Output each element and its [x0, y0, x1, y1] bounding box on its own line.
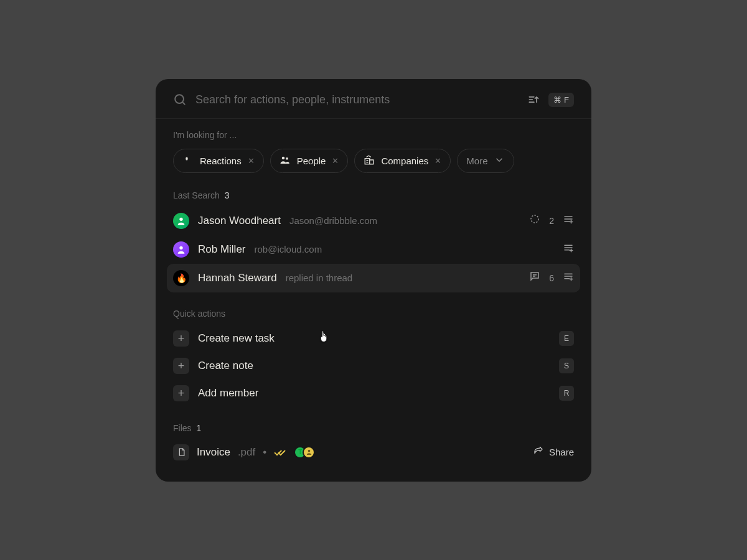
divider	[156, 118, 591, 119]
files-count: 1	[197, 423, 202, 433]
add-to-list-icon[interactable]	[563, 213, 574, 228]
search-result-row[interactable]: Jason Woodheart Jason@dribbble.com 2	[167, 207, 580, 235]
quick-actions-heading: Quick actions	[173, 309, 574, 319]
shortcut-key: R	[559, 386, 574, 401]
avatar	[173, 213, 189, 229]
plus-icon: +	[173, 385, 189, 401]
search-shortcut: ⌘ F	[548, 93, 574, 107]
avatar-group: T	[294, 446, 315, 459]
svg-point-30	[308, 450, 310, 452]
chip-companies[interactable]: Companies ✕	[354, 149, 451, 173]
badge-count: 2	[549, 216, 554, 226]
chip-label: Reactions	[200, 156, 242, 166]
result-meta: replied in thread	[286, 273, 353, 283]
share-button[interactable]: Share	[533, 446, 574, 459]
share-icon	[533, 446, 544, 459]
separator-dot: •	[263, 446, 266, 459]
chip-remove-icon[interactable]: ✕	[248, 156, 255, 166]
result-name: Rob Miller	[198, 243, 246, 256]
plus-icon: +	[173, 330, 189, 347]
building-icon	[364, 154, 375, 167]
add-to-list-icon[interactable]	[563, 271, 574, 285]
svg-point-10	[179, 217, 182, 220]
chip-more[interactable]: More	[457, 149, 514, 173]
double-check-icon	[274, 446, 286, 459]
people-icon	[280, 154, 291, 167]
quick-action-create-note[interactable]: + Create note S	[173, 352, 574, 380]
share-label: Share	[549, 447, 574, 457]
last-search-heading: Last Search 3	[173, 190, 574, 200]
thread-count: 6	[549, 273, 554, 283]
avatar: 🔥	[173, 270, 189, 286]
dashed-circle-icon	[529, 213, 540, 228]
quick-action-create-task[interactable]: + Create new task E	[173, 325, 574, 352]
result-meta: rob@icloud.com	[255, 244, 322, 254]
avatar-small	[303, 446, 315, 459]
result-meta: Jason@dribbble.com	[289, 215, 377, 226]
file-ext: .pdf	[238, 446, 255, 459]
chip-label: People	[297, 156, 326, 166]
command-palette: ⌘ F I'm looking for ... Reactions ✕ Peop…	[156, 79, 591, 482]
result-name: Jason Woodheart	[198, 215, 281, 227]
files-label: Files	[173, 423, 192, 433]
files-heading: Files 1	[173, 423, 574, 433]
chip-label: Companies	[381, 156, 428, 166]
chevron-down-icon	[494, 154, 505, 167]
quick-action-label: Create new task	[198, 332, 275, 345]
quick-actions-label: Quick actions	[173, 309, 225, 319]
svg-point-5	[281, 156, 284, 159]
document-icon	[173, 444, 189, 460]
last-search-count: 3	[225, 190, 230, 200]
result-name: Hannah Steward	[198, 272, 277, 284]
shortcut-key: S	[559, 358, 574, 373]
chip-remove-icon[interactable]: ✕	[332, 156, 339, 166]
quick-action-label: Create note	[198, 360, 253, 372]
shortcut-key: E	[559, 331, 574, 346]
search-row: ⌘ F	[156, 79, 591, 118]
svg-point-0	[175, 95, 184, 103]
avatar	[173, 241, 189, 258]
last-search-label: Last Search	[173, 190, 220, 200]
search-input[interactable]	[195, 93, 519, 106]
plus-icon: +	[173, 358, 189, 374]
svg-point-11	[531, 215, 538, 223]
chip-reactions[interactable]: Reactions ✕	[173, 149, 264, 173]
svg-point-6	[286, 157, 288, 159]
search-icon	[173, 93, 187, 106]
quick-action-add-member[interactable]: + Add member R	[173, 380, 574, 407]
chip-label: More	[466, 156, 487, 166]
quick-action-label: Add member	[198, 387, 258, 399]
filter-chips: Reactions ✕ People ✕ Companies ✕ More	[173, 149, 574, 173]
sort-toggle[interactable]	[527, 93, 540, 106]
clap-icon	[182, 154, 194, 167]
add-to-list-icon[interactable]	[563, 242, 574, 256]
chip-remove-icon[interactable]: ✕	[435, 156, 441, 166]
search-result-row[interactable]: 🔥 Hannah Steward replied in thread 6	[167, 264, 580, 292]
search-result-row[interactable]: Rob Miller rob@icloud.com	[167, 235, 580, 264]
chip-people[interactable]: People ✕	[270, 149, 349, 173]
file-name: Invoice	[197, 446, 230, 459]
file-row[interactable]: Invoice.pdf • T Share	[173, 439, 574, 465]
svg-line-1	[182, 102, 185, 105]
message-icon	[529, 271, 540, 285]
looking-for-label: I'm looking for ...	[173, 130, 574, 140]
svg-rect-7	[365, 158, 370, 164]
svg-point-17	[179, 246, 182, 249]
